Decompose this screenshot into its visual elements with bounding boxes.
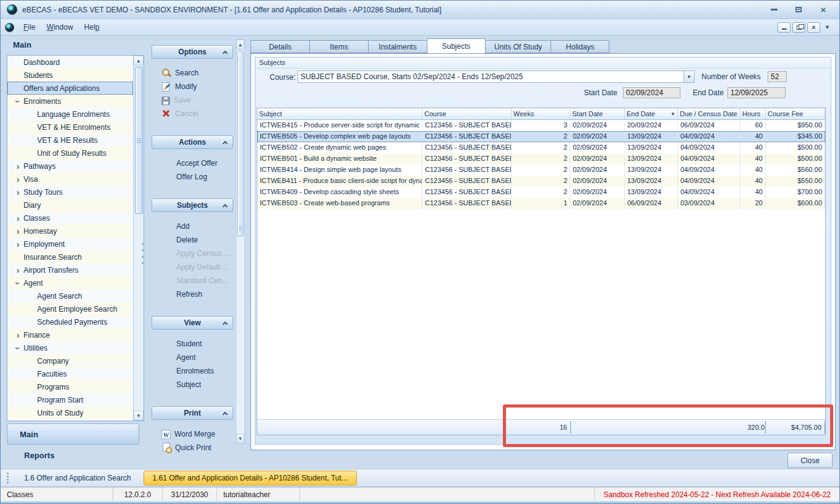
number-of-weeks-field[interactable]: 52 — [768, 71, 787, 82]
tab[interactable]: Instalments — [368, 40, 427, 53]
tree-scrollbar[interactable]: ▲ ▼ — [133, 56, 144, 421]
tab[interactable]: Subjects — [427, 38, 486, 53]
tree-item[interactable]: Unit of Study Results — [7, 147, 133, 160]
panel-action-item[interactable]: Agent — [152, 351, 233, 364]
tree-item[interactable]: Agent Search — [7, 289, 133, 302]
options-group-header[interactable]: Options — [152, 45, 233, 59]
tree-item[interactable]: VET & HE Results — [7, 134, 133, 147]
document-tab[interactable]: 1.61 Offer and Application Details - AP1… — [144, 471, 357, 485]
actions-group-header[interactable]: Actions — [152, 135, 233, 149]
mdi-restore-icon[interactable] — [792, 22, 805, 33]
scroll-thumb[interactable] — [237, 51, 244, 236]
tab[interactable]: Units Of Study — [486, 40, 551, 53]
panel-action-item[interactable]: Cancel — [152, 107, 233, 121]
mdi-close-icon[interactable]: × — [807, 22, 820, 33]
panel-action-item[interactable]: Student — [152, 337, 233, 351]
tree-item[interactable]: Study Tours — [7, 186, 133, 199]
tree-item[interactable]: Dashboard — [7, 56, 133, 69]
mdi-menu-chevron-icon[interactable]: ▼ — [822, 24, 833, 30]
tree-expand-icon[interactable] — [12, 265, 24, 275]
tree-item[interactable]: Faculties — [7, 367, 133, 380]
tree-expand-icon[interactable] — [12, 278, 24, 288]
tree-item[interactable]: Enrolments — [7, 95, 133, 108]
subject-row[interactable]: ICTWEB414 - Design simple web page layou… — [257, 164, 825, 176]
column-header-end-date[interactable]: End Date▼ — [625, 108, 678, 120]
panel-action-item[interactable]: Subject — [152, 378, 233, 391]
tree-expand-icon[interactable] — [12, 161, 24, 171]
subject-row[interactable]: ICTWEB502 - Create dynamic web pages C12… — [257, 142, 825, 153]
tree-item[interactable]: Units of Study — [7, 406, 133, 419]
print-group-header[interactable]: Print — [152, 406, 233, 420]
tree-item[interactable]: Airport Transfers — [7, 263, 133, 276]
scroll-up-icon[interactable]: ▲ — [236, 40, 244, 49]
tree-expand-icon[interactable] — [12, 174, 24, 184]
reports-section-button[interactable]: Reports — [7, 451, 139, 460]
scroll-down-icon[interactable]: ▼ — [236, 434, 244, 443]
panel-action-item[interactable]: Quick Print — [152, 441, 233, 455]
scroll-up-icon[interactable]: ▲ — [134, 56, 144, 66]
tree-item[interactable]: Programs — [7, 380, 133, 393]
panel-action-item[interactable]: Accept Offer — [152, 156, 233, 170]
subject-row[interactable]: ICTWEB415 - Produce server-side script f… — [257, 120, 825, 131]
tree-item[interactable]: Classes — [7, 211, 133, 224]
panel-action-item[interactable]: Apply Census ... — [152, 247, 233, 260]
close-button[interactable]: Close — [787, 453, 833, 468]
menu-item[interactable]: Help — [79, 21, 105, 33]
column-header-weeks[interactable]: Weeks — [512, 108, 570, 120]
close-icon[interactable]: × — [818, 6, 828, 14]
tab[interactable]: Details — [251, 40, 309, 53]
panel-action-item[interactable]: Search — [152, 66, 233, 80]
tree-item[interactable]: Visa — [7, 173, 133, 186]
subject-row[interactable]: ICTWEB411 - Produce basic client-side sc… — [257, 176, 825, 187]
dropdown-chevron-icon[interactable]: ▼ — [684, 71, 694, 82]
scroll-down-icon[interactable]: ▼ — [134, 411, 144, 421]
main-section-button[interactable]: Main — [7, 424, 139, 445]
tree-item[interactable]: VET & HE Enrolments — [7, 121, 133, 134]
start-date-field[interactable]: 02/09/2024 — [623, 87, 680, 98]
tree-expand-icon[interactable] — [12, 343, 24, 353]
tree-item[interactable]: Scheduled Payments — [7, 315, 133, 328]
column-header-due-census-date[interactable]: Due / Census Date — [678, 108, 740, 120]
column-header-course[interactable]: Course — [422, 108, 512, 120]
panel-action-item[interactable]: Modify — [152, 80, 233, 93]
tree-expand-icon[interactable] — [12, 96, 24, 106]
tree-item[interactable]: Agent Employee Search — [7, 302, 133, 315]
tree-item[interactable]: Diary — [7, 199, 133, 211]
tree-item[interactable]: Homestay — [7, 224, 133, 237]
tree-item[interactable]: Agent — [7, 276, 133, 289]
restore-icon[interactable] — [794, 6, 804, 14]
tree-item[interactable]: Finance — [7, 328, 133, 341]
panel-action-item[interactable]: Word Merge — [152, 427, 233, 441]
tree-expand-icon[interactable] — [12, 239, 24, 249]
end-date-field[interactable]: 12/09/2025 — [727, 87, 786, 98]
subjects-group-header[interactable]: Subjects — [152, 199, 233, 212]
menu-item[interactable]: Window — [41, 21, 79, 33]
sidebar-splitter[interactable] — [141, 243, 144, 264]
tab[interactable]: Items — [309, 40, 368, 53]
tree-item[interactable]: Program Start — [7, 393, 133, 406]
tree-item[interactable]: Students — [7, 69, 133, 82]
tree-item[interactable]: Employment — [7, 237, 133, 250]
panel-action-item[interactable]: Apply Default ... — [152, 260, 233, 274]
subject-row[interactable]: ICTWEB501 - Build a dynamic website C123… — [257, 153, 825, 164]
tree-item[interactable]: Language Enrolments — [7, 108, 133, 121]
tree-expand-icon[interactable] — [12, 226, 24, 236]
scroll-thumb[interactable] — [135, 67, 143, 214]
tree-expand-icon[interactable] — [12, 330, 24, 340]
panel-action-item[interactable]: Save — [152, 93, 233, 107]
panel-action-item[interactable]: Delete — [152, 233, 233, 247]
course-combobox[interactable]: SUBJECT BASED Course, Starts 02/Sep/2024… — [298, 70, 695, 83]
tree-item[interactable]: Insurance Search — [7, 250, 133, 263]
tree-item[interactable]: Offers and Applications — [7, 82, 133, 95]
view-group-header[interactable]: View — [152, 316, 233, 330]
column-header-start-date[interactable]: Start Date — [570, 108, 625, 120]
subject-row[interactable]: ICTWEB505 - Develop complex web page lay… — [257, 131, 825, 142]
panel-action-item[interactable]: Enrolments — [152, 364, 233, 378]
panel-action-item[interactable]: Offer Log — [152, 170, 233, 184]
column-header-hours[interactable]: Hours — [740, 108, 766, 120]
tabbar-grip[interactable] — [6, 472, 9, 484]
panel-scrollbar[interactable]: ▲ ▼ — [236, 39, 245, 444]
panel-action-item[interactable]: Refresh — [152, 288, 233, 301]
tree-item[interactable]: Company — [7, 354, 133, 367]
column-header-subject[interactable]: Subject — [257, 108, 422, 120]
